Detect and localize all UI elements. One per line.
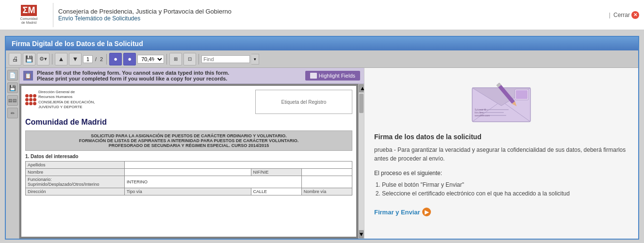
- panel-title: Firma Digital de los Datos de la Solicit…: [12, 40, 143, 48]
- sidebar-icon-3[interactable]: ▤▤: [7, 95, 18, 106]
- zoom-select[interactable]: 70,4%: [137, 55, 164, 64]
- save-button[interactable]: 💾: [23, 53, 35, 65]
- sidebar-icon-4[interactable]: ✏: [7, 108, 18, 118]
- table-row: Funcionario: Suprimido/Desplazado/Otros/…: [26, 176, 352, 188]
- svg-text:www.firm.com: www.firm.com: [475, 114, 490, 117]
- pdf-content[interactable]: Dirección General de Recursos Humanos CO…: [21, 86, 356, 237]
- illustration: Sylvestr M... firm.firm www.firm.com: [374, 76, 628, 124]
- print-button[interactable]: 🖨: [9, 53, 21, 65]
- process-label: El proceso es el siguiente:: [374, 170, 628, 177]
- notice-icon: 📋: [23, 71, 33, 81]
- zoom-out-button[interactable]: ●: [109, 53, 122, 65]
- divider-2: [106, 54, 107, 65]
- header-text: Consejería de Presidencia, Justicia y Po…: [58, 8, 609, 22]
- firmar-enviar-link[interactable]: Firmar y Enviar ▶: [374, 208, 628, 216]
- right-title: Firma de los datos de la solicitud: [374, 133, 628, 141]
- sidebar-icon-2[interactable]: 💾: [7, 82, 18, 93]
- header-title: Consejería de Presidencia, Justicia y Po…: [58, 8, 609, 15]
- fit-width-button[interactable]: ⊞: [169, 53, 182, 65]
- scrollbar-track: [359, 93, 364, 230]
- toolbar: 🖨 💾 ⚙▾ ▲ ▼ / 2 ● ● 70,4% ⊞ ⊡ ▾: [6, 50, 638, 68]
- etiqueta-box: Etiqueta del Registro: [255, 90, 352, 114]
- logo-subtitle: Comunidadde Madrid: [20, 17, 38, 25]
- content-area: 📄 💾 ▤▤ ✏ 📋 Please fill out the following…: [6, 68, 638, 239]
- pdf-header: Dirección General de Recursos Humanos CO…: [25, 90, 352, 114]
- divider-3: [166, 54, 167, 65]
- divider-4: [198, 54, 199, 65]
- page-input[interactable]: [83, 55, 93, 63]
- table-row: Nombre NIF/NIE: [26, 169, 352, 176]
- divider-1: [52, 54, 52, 65]
- envelope-svg: Sylvestr M... firm.firm www.firm.com: [462, 76, 540, 124]
- right-description: prueba - Para garantizar la veracidad y …: [374, 146, 628, 163]
- logo-em: ΣM: [21, 5, 37, 16]
- madrid-logo-text: Dirección General de Recursos Humanos CO…: [38, 90, 95, 110]
- prev-page-button[interactable]: ▲: [55, 53, 67, 65]
- pdf-area-wrapper: Dirección General de Recursos Humanos CO…: [19, 84, 364, 239]
- comunidad-madrid: Comunidad de Madrid: [25, 118, 352, 127]
- header-right: | Cerrar ✕: [609, 11, 639, 19]
- table-row: Apellidos: [26, 162, 352, 169]
- step-1: Pulse el botón "Firmar y Enviar": [382, 181, 628, 188]
- svg-rect-5: [516, 90, 528, 99]
- firmar-arrow-icon: ▶: [422, 208, 431, 216]
- pdf-viewer: 📋 Please fill out the following form. Yo…: [19, 68, 364, 239]
- left-sidebar: 📄 💾 ▤▤ ✏: [6, 68, 19, 239]
- scrollbar-up[interactable]: ▲: [359, 84, 363, 92]
- find-input[interactable]: [201, 55, 250, 63]
- process-steps: Pulse el botón "Firmar y Enviar" Selecci…: [374, 181, 628, 199]
- find-dropdown[interactable]: ▾: [251, 54, 259, 65]
- close-icon: ✕: [631, 11, 639, 19]
- datos-header: 1. Datos del interesado: [25, 154, 352, 159]
- fit-page-button[interactable]: ⊡: [183, 53, 196, 65]
- form-table: Apellidos Nombre NIF/NIE Funcionario: Su…: [25, 161, 352, 195]
- sidebar-icon-1[interactable]: 📄: [7, 70, 18, 81]
- form-notice: 📋 Please fill out the following form. Yo…: [19, 68, 364, 84]
- scrollbar-down[interactable]: ▼: [359, 230, 363, 238]
- solicitud-title: SOLICITUD PARA LA ASIGNACIÓN DE PUESTOS …: [25, 130, 352, 151]
- panel-titlebar: Firma Digital de los Datos de la Solicit…: [6, 37, 638, 50]
- zoom-in-button[interactable]: ●: [123, 53, 136, 65]
- cerrar-button[interactable]: Cerrar ✕: [613, 11, 639, 19]
- pdf-inner: Dirección General de Recursos Humanos CO…: [21, 86, 356, 237]
- table-row: Dirección Tipo vía CALLE Nombre vía: [26, 188, 352, 195]
- next-page-button[interactable]: ▼: [69, 53, 82, 65]
- scrollbar-thumb[interactable]: [359, 94, 363, 113]
- spacer: [0, 30, 644, 36]
- notice-text: Please fill out the following form. You …: [37, 70, 301, 81]
- highlight-fields-button[interactable]: Highlight Fields: [305, 71, 360, 81]
- main-panel: Firma Digital de los Datos de la Solicit…: [5, 36, 639, 240]
- page-total: 2: [100, 56, 103, 62]
- right-panel: Sylvestr M... firm.firm www.firm.com Fir…: [364, 68, 638, 239]
- madrid-stars: [25, 94, 36, 105]
- page-separator: /: [95, 56, 97, 62]
- step-2: Seleccione el certificado electrónico co…: [382, 190, 628, 197]
- madrid-logo: Dirección General de Recursos Humanos CO…: [25, 90, 95, 110]
- menu-button[interactable]: ⚙▾: [37, 53, 50, 65]
- header-subtitle: Envío Telemático de Solicitudes: [58, 15, 609, 22]
- logo-area: ΣM Comunidadde Madrid: [5, 3, 53, 27]
- pdf-scrollbar[interactable]: ▲ ▼: [358, 84, 364, 239]
- highlight-icon: [310, 73, 317, 79]
- header: ΣM Comunidadde Madrid Consejería de Pres…: [0, 0, 644, 30]
